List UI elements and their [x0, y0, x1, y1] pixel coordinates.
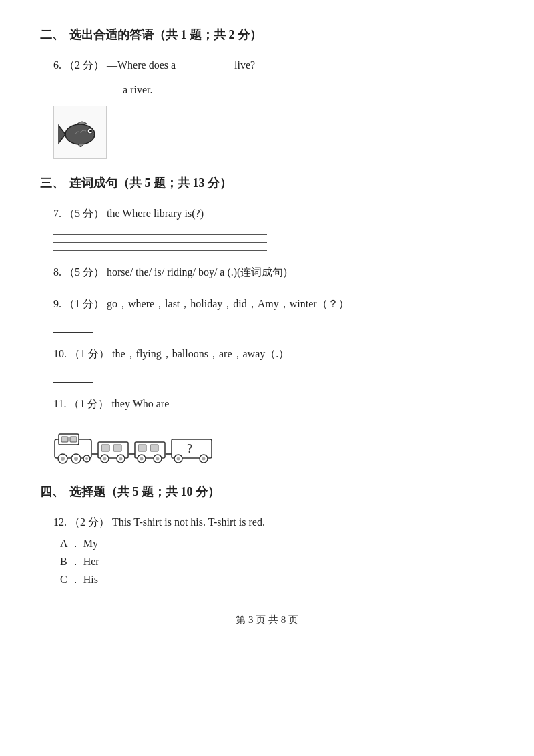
q6-line1: 6. （2 分） —Where does a live? — [53, 56, 494, 75]
q6-dash: — — [53, 84, 64, 96]
q8-score: （5 分） — [64, 266, 104, 278]
section-4-number: 四、 — [40, 484, 64, 500]
q10-answer-area — [53, 371, 494, 383]
q6-answer-blank[interactable] — [67, 100, 120, 100]
svg-rect-7 — [70, 437, 77, 442]
fish-svg — [57, 109, 103, 156]
section-2-number: 二、 — [40, 27, 64, 43]
question-9: 9. （1 分） go，where，last，holiday，did，Amy，w… — [40, 295, 494, 333]
q7-answer-line-3 — [53, 246, 267, 251]
q10-words: the，flying，balloons，are，away（.） — [112, 348, 289, 359]
q7-answer-line-2 — [53, 238, 267, 243]
q7-words: the Where library is(?) — [107, 208, 204, 219]
q12-option-a-label: A ． — [60, 538, 81, 549]
q11-answer-blank[interactable] — [235, 467, 282, 467]
q12-option-a-text: My — [83, 538, 98, 549]
question-11: 11. （1 分） they Who are — [40, 395, 494, 467]
section-4-heading: 选择题（共 5 题；共 10 分） — [69, 484, 220, 500]
q8-number: 8. — [53, 266, 61, 278]
svg-rect-6 — [61, 437, 68, 442]
q6-answer-line: — a river. — [53, 81, 494, 100]
question-7: 7. （5 分） the Where library is(?) — [40, 204, 494, 252]
q7-answer-lines — [53, 230, 494, 251]
svg-rect-30 — [165, 453, 172, 455]
page-footer: 第 3 页 共 8 页 — [40, 614, 494, 626]
svg-point-29 — [156, 457, 160, 460]
q12-score: （2 分） — [69, 516, 109, 528]
q10-number: 10. — [53, 348, 67, 359]
q11-line: 11. （1 分） they Who are — [53, 395, 494, 414]
q11-number: 11. — [53, 398, 66, 409]
svg-point-9 — [61, 457, 65, 461]
q6-number: 6. — [53, 59, 61, 71]
q12-text: This T-shirt is not his. T-shirt is red. — [112, 516, 265, 528]
q12-option-a[interactable]: A ． My — [53, 537, 494, 551]
question-12: 12. （2 分） This T-shirt is not his. T-shi… — [40, 513, 494, 588]
q12-line: 12. （2 分） This T-shirt is not his. T-shi… — [53, 513, 494, 532]
svg-point-27 — [140, 457, 144, 460]
q10-answer-blank[interactable] — [53, 382, 93, 383]
svg-rect-17 — [113, 445, 121, 451]
svg-text:?: ? — [187, 442, 192, 455]
svg-point-19 — [103, 457, 107, 460]
svg-point-3 — [89, 130, 92, 132]
question-10: 10. （1 分） the，flying，balloons，are，away（.… — [40, 345, 494, 383]
q7-answer-line-1 — [53, 230, 267, 235]
section-2: 二、 选出合适的答语（共 1 题；共 2 分） 6. （2 分） —Where … — [40, 27, 494, 159]
q12-option-b-text: Her — [83, 556, 99, 567]
q11-score: （1 分） — [69, 398, 109, 409]
q8-line: 8. （5 分） horse/ the/ is/ riding/ boy/ a … — [53, 263, 494, 282]
section-3-number: 三、 — [40, 175, 64, 191]
train-svg: ? — [53, 421, 227, 467]
q9-answer-blank[interactable] — [53, 332, 93, 333]
q7-line: 7. （5 分） the Where library is(?) — [53, 204, 494, 224]
q6-text-before: —Where does a — [107, 59, 178, 71]
q12-option-c[interactable]: C ． His — [53, 573, 494, 587]
section-2-title: 二、 选出合适的答语（共 1 题；共 2 分） — [40, 27, 494, 43]
q9-line: 9. （1 分） go，where，last，holiday，did，Amy，w… — [53, 295, 494, 314]
question-8: 8. （5 分） horse/ the/ is/ riding/ boy/ a … — [40, 263, 494, 282]
svg-point-34 — [177, 457, 180, 460]
q10-line: 10. （1 分） the，flying，balloons，are，away（.… — [53, 345, 494, 364]
q6-text-after: live? — [234, 59, 255, 71]
footer-text: 第 3 页 共 8 页 — [236, 614, 298, 625]
section-2-heading: 选出合适的答语（共 1 题；共 2 分） — [69, 27, 262, 43]
section-3-heading: 连词成句（共 5 题；共 13 分） — [69, 175, 232, 191]
q11-words: they Who are — [111, 398, 169, 409]
q12-option-c-text: His — [83, 574, 98, 585]
svg-rect-16 — [101, 445, 109, 451]
section-4-title: 四、 选择题（共 5 题；共 10 分） — [40, 484, 494, 500]
fish-image — [53, 106, 107, 159]
q9-words: go，where，last，holiday，did，Amy，winter（？） — [107, 298, 349, 309]
q9-score: （1 分） — [64, 298, 104, 309]
q11-train-area: ? — [53, 421, 494, 467]
q12-option-b[interactable]: B ． Her — [53, 555, 494, 569]
svg-rect-22 — [128, 453, 135, 455]
question-6: 6. （2 分） —Where does a live? — a river. — [40, 56, 494, 159]
q6-score: （2 分） — [64, 59, 104, 71]
svg-point-0 — [65, 124, 95, 144]
svg-marker-1 — [59, 126, 65, 143]
svg-point-13 — [85, 457, 88, 460]
q9-number: 9. — [53, 298, 61, 309]
section-4: 四、 选择题（共 5 题；共 10 分） 12. （2 分） This T-sh… — [40, 484, 494, 588]
svg-point-11 — [74, 457, 78, 461]
svg-point-36 — [202, 457, 206, 460]
svg-rect-25 — [150, 445, 158, 451]
q7-number: 7. — [53, 208, 61, 219]
svg-rect-14 — [91, 453, 98, 455]
q12-number: 12. — [53, 516, 67, 528]
q6-answer-suffix: a river. — [123, 84, 152, 96]
section-3: 三、 连词成句（共 5 题；共 13 分） 7. （5 分） the Where… — [40, 175, 494, 467]
q8-words: horse/ the/ is/ riding/ boy/ a (.)(连词成句) — [107, 266, 287, 278]
q6-blank[interactable] — [178, 75, 232, 75]
q12-option-b-label: B ． — [60, 556, 81, 567]
svg-point-21 — [119, 457, 123, 460]
q9-answer-area — [53, 321, 494, 333]
q7-score: （5 分） — [64, 208, 104, 219]
svg-rect-24 — [138, 445, 146, 451]
q12-option-c-label: C ． — [60, 574, 81, 585]
section-3-title: 三、 连词成句（共 5 题；共 13 分） — [40, 175, 494, 191]
q10-score: （1 分） — [69, 348, 109, 359]
